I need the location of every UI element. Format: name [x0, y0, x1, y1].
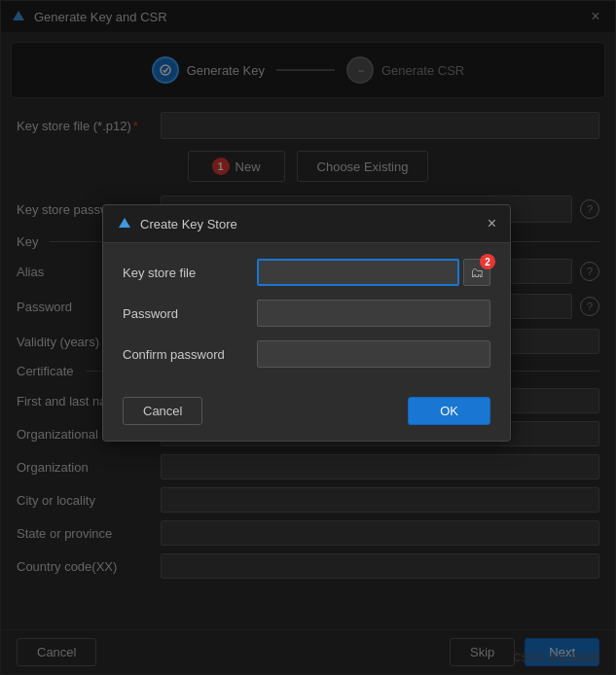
dialog-ok-button[interactable]: OK — [408, 397, 490, 425]
dialog-confirm-password-label: Confirm password — [123, 347, 249, 362]
dialog-footer: Cancel OK — [103, 397, 510, 441]
dialog-body: Key store file 🗂 2 Password Confirm pass… — [103, 243, 510, 397]
dialog-keystore-file-label: Key store file — [123, 266, 249, 280]
dialog-keystore-file-input-wrap: 🗂 2 — [257, 259, 490, 286]
dialog-titlebar: Create Key Store × — [103, 205, 510, 243]
dialog-badge: 2 — [480, 254, 495, 269]
dialog-confirm-password-input[interactable] — [257, 340, 490, 368]
create-keystore-dialog: Create Key Store × Key store file 🗂 2 Pa… — [102, 204, 511, 442]
svg-marker-2 — [119, 218, 130, 228]
main-window: Generate Key and CSR × Generate Key ··· … — [0, 0, 616, 675]
dialog-confirm-password-row: Confirm password — [123, 340, 490, 368]
dialog-title-left: Create Key Store — [117, 216, 237, 231]
dialog-keystore-file-input[interactable] — [257, 259, 459, 286]
dialog-password-label: Password — [123, 306, 249, 321]
dialog-close-button[interactable]: × — [488, 215, 496, 232]
dialog-folder-button[interactable]: 🗂 2 — [463, 259, 490, 286]
dialog-keystore-file-row: Key store file 🗂 2 — [123, 259, 490, 286]
dialog-app-icon — [117, 216, 132, 231]
dialog-title-text: Create Key Store — [140, 217, 237, 231]
dialog-cancel-button[interactable]: Cancel — [123, 397, 202, 425]
dialog-password-row: Password — [123, 300, 490, 327]
dialog-password-input[interactable] — [257, 300, 490, 327]
